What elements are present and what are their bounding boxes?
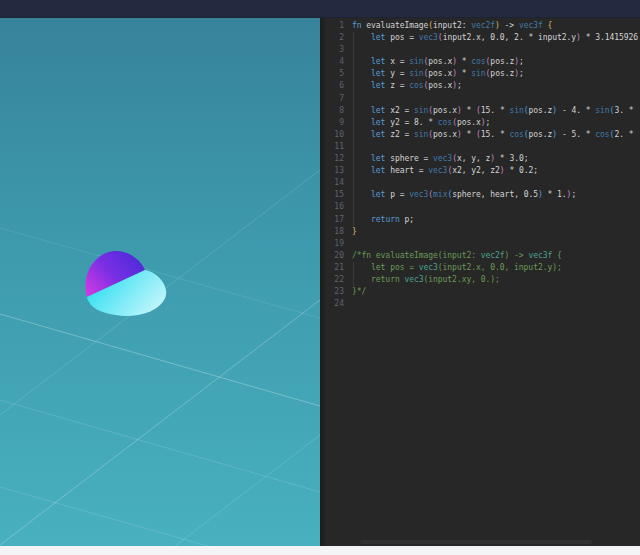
- code-token: ;: [519, 69, 524, 78]
- line-number: 1: [320, 20, 344, 32]
- code-line[interactable]: let y = sin(pos.x) * sin(pos.z);: [352, 68, 640, 80]
- code-token: cos: [509, 130, 523, 139]
- code-line[interactable]: let pos = vec3(input2.x, 0.0, input2.y);: [352, 262, 640, 274]
- code-token: vec3: [404, 275, 423, 284]
- code-token: (input2.xy, 0.);: [424, 275, 500, 284]
- code-line[interactable]: }*/: [352, 286, 640, 298]
- line-number: 21: [320, 262, 344, 274]
- code-token: return: [352, 275, 404, 284]
- code-token: pos.z: [529, 130, 553, 139]
- code-line[interactable]: [352, 93, 640, 105]
- code-token: [352, 69, 371, 78]
- code-token: [352, 118, 371, 127]
- code-line[interactable]: let sphere = vec3(x, y, z) * 3.0;: [352, 153, 640, 165]
- code-token: x2 =: [385, 106, 414, 115]
- code-token: cos: [438, 118, 452, 127]
- code-line[interactable]: [352, 177, 640, 189]
- bottom-strip: [0, 546, 640, 555]
- code-token: ;: [519, 57, 524, 66]
- ground-grid: [0, 170, 320, 546]
- code-token: p;: [400, 215, 414, 224]
- viewport-canvas[interactable]: [0, 18, 320, 546]
- code-token: [352, 130, 371, 139]
- code-token: pos.x: [433, 106, 457, 115]
- code-line[interactable]: let z = cos(pos.x);: [352, 80, 640, 92]
- code-token: vec3: [419, 263, 438, 272]
- line-number: 19: [320, 238, 344, 250]
- code-line[interactable]: let z2 = sin(pos.x) * (15. * cos(pos.z) …: [352, 129, 640, 141]
- indent-guide: [353, 262, 354, 286]
- line-number: 11: [320, 141, 344, 153]
- code-token: sin: [414, 130, 428, 139]
- code-token: *: [457, 69, 471, 78]
- code-token: let: [371, 57, 385, 66]
- code-line[interactable]: return p;: [352, 214, 640, 226]
- code-token: vec3f: [528, 251, 552, 260]
- code-token: pos.z: [490, 57, 514, 66]
- code-token: [352, 190, 371, 199]
- code-token: [352, 81, 371, 90]
- code-token: x =: [385, 57, 409, 66]
- app-window: 123456789101112131415161718192021222324 …: [0, 0, 640, 555]
- code-token: *: [457, 57, 471, 66]
- code-token: let: [371, 154, 385, 163]
- code-token: *: [462, 106, 476, 115]
- line-number: 16: [320, 201, 344, 213]
- line-number: 23: [320, 286, 344, 298]
- code-line[interactable]: let pos = vec3(input2.x, 0.0, 2. * input…: [352, 32, 640, 44]
- code-token: z2 =: [385, 130, 414, 139]
- line-number: 22: [320, 274, 344, 286]
- code-token: [352, 33, 371, 42]
- code-token: [352, 166, 371, 175]
- code-token: ;: [571, 190, 576, 199]
- code-token: let: [371, 69, 385, 78]
- code-token: let: [371, 81, 385, 90]
- code-token: ;: [457, 81, 462, 90]
- code-token: let pos =: [352, 263, 419, 272]
- code-token: vec3: [409, 190, 428, 199]
- blob-mesh: [85, 251, 166, 316]
- line-number: 4: [320, 56, 344, 68]
- line-number: 5: [320, 68, 344, 80]
- line-number: 9: [320, 117, 344, 129]
- code-token: * 3.1415926: [581, 33, 638, 42]
- code-token: cos: [409, 81, 423, 90]
- viewport-3d[interactable]: [0, 18, 320, 546]
- code-token: *: [462, 130, 476, 139]
- code-token: pos.z: [490, 69, 514, 78]
- editor-code[interactable]: fn evaluateImage(input2: vec2f) -> vec3f…: [352, 18, 640, 546]
- top-navbar: [0, 0, 640, 18]
- code-token: cos: [471, 57, 485, 66]
- code-line[interactable]: let heart = vec3(x2, y2, z2) * 0.2;: [352, 165, 640, 177]
- line-number: 7: [320, 93, 344, 105]
- code-line[interactable]: let x2 = sin(pos.x) * (15. * sin(pos.z) …: [352, 105, 640, 117]
- code-line[interactable]: fn evaluateImage(input2: vec2f) -> vec3f…: [352, 20, 640, 32]
- code-line[interactable]: return vec3(input2.xy, 0.);: [352, 274, 640, 286]
- code-editor[interactable]: 123456789101112131415161718192021222324 …: [320, 18, 640, 546]
- code-line[interactable]: [352, 238, 640, 250]
- code-token: let: [371, 166, 385, 175]
- code-line[interactable]: let p = vec3(mix(sphere, heart, 0.5) * 1…: [352, 189, 640, 201]
- code-token: (input2.x, 0.0, input2.y);: [438, 263, 562, 272]
- line-number: 20: [320, 250, 344, 262]
- code-line[interactable]: [352, 298, 640, 310]
- code-token: vec3: [428, 166, 447, 175]
- code-line[interactable]: [352, 201, 640, 213]
- code-token: let: [371, 33, 385, 42]
- code-token: pos.x: [457, 118, 481, 127]
- code-line[interactable]: [352, 141, 640, 153]
- code-line[interactable]: }: [352, 226, 640, 238]
- code-token: y2 = 8. *: [385, 118, 437, 127]
- code-line[interactable]: let x = sin(pos.x) * cos(pos.z);: [352, 56, 640, 68]
- horizontal-scrollbar[interactable]: [360, 540, 592, 544]
- line-number: 17: [320, 214, 344, 226]
- code-line[interactable]: [352, 44, 640, 56]
- code-line[interactable]: let y2 = 8. * cos(pos.x);: [352, 117, 640, 129]
- code-token: {: [548, 21, 553, 30]
- code-line[interactable]: /*fn evaluateImage(input2: vec2f) -> vec…: [352, 250, 640, 262]
- code-token: let: [371, 106, 385, 115]
- code-token: mix: [433, 190, 447, 199]
- line-number: 13: [320, 165, 344, 177]
- code-token: 15. *: [481, 130, 510, 139]
- code-token: cos: [595, 130, 609, 139]
